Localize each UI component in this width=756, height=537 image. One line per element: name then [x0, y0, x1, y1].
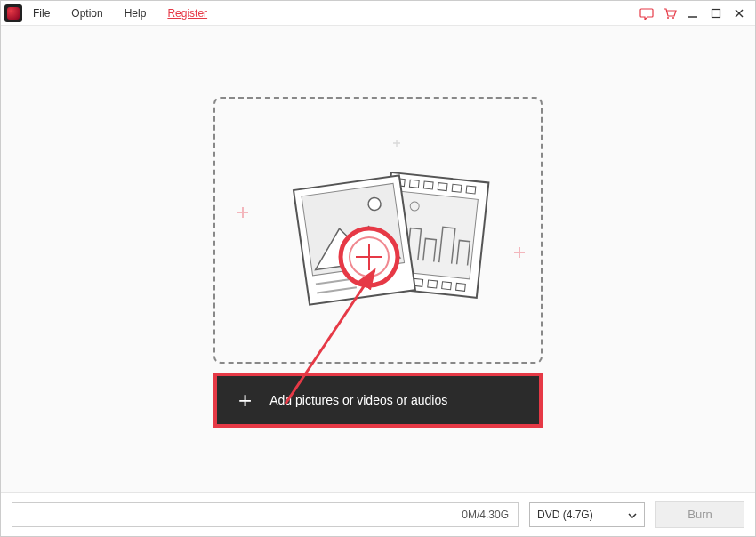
- app-logo-icon: [4, 4, 22, 22]
- disc-type-select[interactable]: DVD (4.7G): [529, 502, 645, 527]
- svg-rect-3: [712, 9, 720, 17]
- media-illustration: [253, 141, 503, 319]
- disc-type-value: DVD (4.7G): [537, 509, 593, 521]
- menu-items: File Option Help Register: [33, 7, 207, 20]
- window-controls: [639, 6, 752, 20]
- cart-icon[interactable]: [663, 6, 677, 20]
- capacity-text: 0M/4.30G: [462, 509, 509, 521]
- close-button[interactable]: [732, 6, 746, 20]
- sparkle-icon: [237, 205, 248, 216]
- add-media-button[interactable]: + Add pictures or videos or audios: [213, 373, 543, 428]
- sparkle-icon: [393, 134, 400, 141]
- plus-icon: +: [238, 389, 252, 412]
- maximize-button[interactable]: [709, 6, 723, 20]
- svg-point-1: [672, 17, 674, 19]
- burn-button[interactable]: Burn: [655, 501, 744, 528]
- menu-help[interactable]: Help: [125, 7, 147, 20]
- menu-file[interactable]: File: [33, 7, 50, 20]
- svg-point-0: [667, 17, 669, 19]
- menu-register[interactable]: Register: [167, 7, 207, 20]
- add-media-label: Add pictures or videos or audios: [269, 393, 447, 407]
- capacity-indicator: 0M/4.30G: [12, 502, 519, 527]
- add-target-circle-icon: [338, 226, 400, 288]
- content-area: + Add pictures or videos or audios: [1, 26, 755, 492]
- minimize-button[interactable]: [686, 6, 700, 20]
- feedback-icon[interactable]: [639, 6, 654, 20]
- sparkle-icon: [514, 245, 525, 256]
- chevron-down-icon: [628, 509, 637, 521]
- menu-option[interactable]: Option: [71, 7, 102, 20]
- menu-bar: File Option Help Register: [1, 1, 755, 26]
- drop-zone[interactable]: [213, 97, 543, 364]
- bottom-bar: 0M/4.30G DVD (4.7G) Burn: [1, 492, 755, 536]
